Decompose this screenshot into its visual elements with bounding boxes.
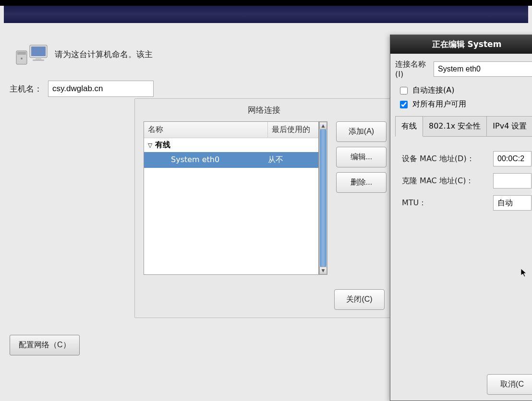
tabs: 有线 802.1x 安全性 IPv4 设置 bbox=[395, 116, 532, 137]
scroll-down-button[interactable]: ▼ bbox=[319, 267, 327, 274]
cancel-button[interactable]: 取消(C bbox=[487, 374, 532, 395]
connection-buttons: 添加(A) 编辑... 删除... bbox=[332, 121, 387, 275]
scrollbar[interactable]: ▲ ▼ bbox=[319, 121, 327, 275]
auto-connect-row[interactable]: 自动连接(A) bbox=[395, 83, 532, 97]
all-users-row[interactable]: 对所有用户可用 bbox=[395, 97, 532, 111]
hostname-label: 主机名： bbox=[10, 83, 42, 94]
connections-header: 名称 最后使用的 bbox=[144, 122, 318, 138]
clone-mac-input[interactable] bbox=[493, 173, 532, 189]
tab-wired[interactable]: 有线 bbox=[395, 116, 423, 137]
configure-network-button[interactable]: 配置网络（C） bbox=[10, 335, 80, 355]
all-users-checkbox[interactable] bbox=[400, 101, 408, 108]
hostname-prompt-text: 请为这台计算机命名。该主 bbox=[55, 49, 153, 60]
svg-rect-5 bbox=[36, 58, 41, 59]
connection-name-input[interactable] bbox=[434, 61, 532, 77]
connection-row-selected[interactable]: System eth0 从不 bbox=[144, 152, 318, 168]
window-top-border bbox=[0, 0, 532, 6]
tab-security[interactable]: 802.1x 安全性 bbox=[423, 116, 487, 136]
edit-connection-dialog: 正在编辑 System 连接名称(I) 自动连接(A) 对所有用户可用 有线 8… bbox=[390, 35, 532, 401]
tab-ipv4[interactable]: IPv4 设置 bbox=[486, 116, 532, 136]
mtu-input[interactable] bbox=[493, 195, 532, 211]
column-last-used[interactable]: 最后使用的 bbox=[268, 122, 318, 138]
connection-name-label: 连接名称(I) bbox=[395, 59, 429, 79]
network-panel-title: 网络连接 bbox=[135, 99, 393, 121]
delete-button[interactable]: 删除... bbox=[336, 172, 387, 193]
category-wired[interactable]: ▽ 有线 bbox=[144, 138, 318, 152]
column-name[interactable]: 名称 bbox=[144, 122, 268, 138]
connection-name: System eth0 bbox=[144, 155, 268, 165]
connections-list[interactable]: 名称 最后使用的 ▽ 有线 System eth0 从不 bbox=[144, 121, 319, 275]
svg-rect-6 bbox=[33, 59, 44, 61]
svg-point-2 bbox=[21, 58, 23, 59]
tab-content-wired: 设备 MAC 地址(D)： 克隆 MAC 地址(C)： MTU： bbox=[395, 137, 532, 232]
device-mac-input[interactable] bbox=[493, 151, 532, 166]
hostname-input[interactable] bbox=[48, 81, 154, 97]
svg-rect-4 bbox=[31, 47, 46, 56]
add-button[interactable]: 添加(A) bbox=[336, 121, 387, 142]
chevron-down-icon: ▽ bbox=[148, 142, 152, 149]
edit-button[interactable]: 编辑... bbox=[336, 147, 387, 167]
mtu-label: MTU： bbox=[402, 198, 493, 208]
all-users-label: 对所有用户可用 bbox=[412, 99, 466, 109]
device-mac-label: 设备 MAC 地址(D)： bbox=[402, 154, 493, 164]
connection-last-used: 从不 bbox=[268, 155, 318, 165]
computer-icon bbox=[15, 42, 49, 66]
scroll-up-button[interactable]: ▲ bbox=[319, 122, 327, 130]
svg-rect-1 bbox=[17, 52, 26, 55]
clone-mac-label: 克隆 MAC 地址(C)： bbox=[402, 176, 493, 186]
dialog-title: 正在编辑 System bbox=[390, 35, 532, 54]
scroll-thumb[interactable] bbox=[320, 130, 326, 267]
close-button[interactable]: 关闭(C) bbox=[334, 289, 385, 310]
installer-banner bbox=[4, 6, 528, 23]
auto-connect-checkbox[interactable] bbox=[400, 87, 408, 94]
network-connections-dialog: 网络连接 名称 最后使用的 ▽ 有线 System eth0 从不 ▲ bbox=[134, 98, 394, 318]
auto-connect-label: 自动连接(A) bbox=[412, 85, 454, 95]
category-label: 有线 bbox=[155, 140, 170, 150]
